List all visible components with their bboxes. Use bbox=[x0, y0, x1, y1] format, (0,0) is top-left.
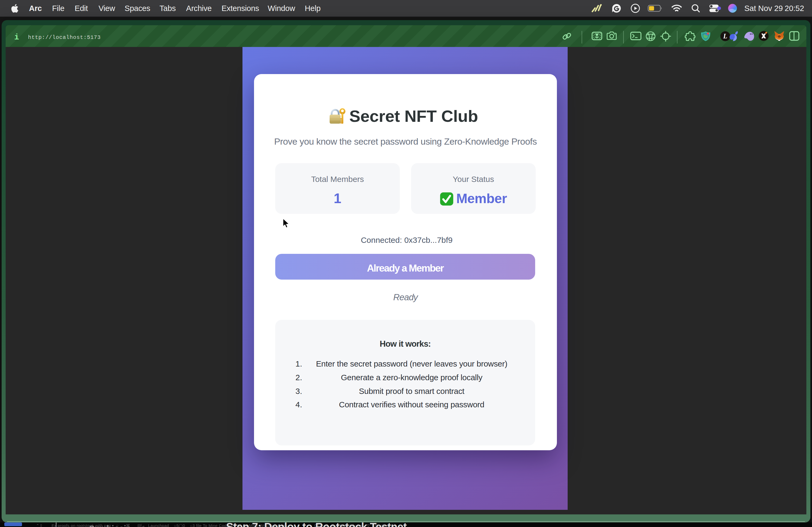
svg-text:L: L bbox=[723, 32, 727, 40]
